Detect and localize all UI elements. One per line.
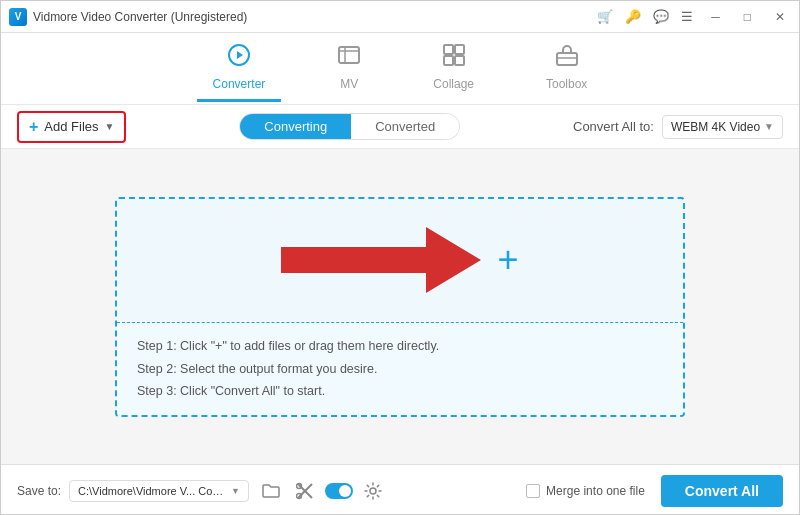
mv-tab-label: MV: [340, 77, 358, 91]
convert-all-button[interactable]: Convert All: [661, 475, 783, 507]
save-path-text: C:\Vidmore\Vidmore V... Converter\Conver…: [78, 485, 227, 497]
main-content: + Step 1: Click "+" to add files or drag…: [1, 149, 799, 464]
converted-tab[interactable]: Converted: [351, 114, 459, 139]
drop-zone[interactable]: + Step 1: Click "+" to add files or drag…: [115, 197, 685, 417]
merge-label: Merge into one file: [546, 484, 645, 498]
save-path-chevron-icon: ▼: [231, 486, 240, 496]
minimize-button[interactable]: ─: [705, 8, 726, 26]
mv-icon: [337, 43, 361, 73]
settings-icon-button[interactable]: [359, 477, 387, 505]
key-icon[interactable]: 🔑: [625, 9, 641, 24]
app-title: Vidmore Video Converter (Unregistered): [33, 10, 247, 24]
title-bar-controls: 🛒 🔑 💬 ☰ ─ □ ✕: [597, 8, 791, 26]
convert-all-to-section: Convert All to: WEBM 4K Video ▼: [573, 115, 783, 139]
selected-format-label: WEBM 4K Video: [671, 120, 760, 134]
svg-marker-11: [281, 227, 481, 293]
save-path-dropdown[interactable]: C:\Vidmore\Vidmore V... Converter\Conver…: [69, 480, 249, 502]
collage-tab-label: Collage: [433, 77, 474, 91]
tab-converter[interactable]: Converter: [197, 35, 282, 102]
toolbox-tab-label: Toolbox: [546, 77, 587, 91]
save-to-section: Save to: C:\Vidmore\Vidmore V... Convert…: [17, 477, 387, 505]
add-files-button[interactable]: + Add Files ▼: [17, 111, 126, 143]
cart-icon[interactable]: 🛒: [597, 9, 613, 24]
tab-toolbox[interactable]: Toolbox: [530, 35, 603, 102]
convert-all-to-label: Convert All to:: [573, 119, 654, 134]
converter-icon: [227, 43, 251, 73]
drop-zone-instructions: Step 1: Click "+" to add files or drag t…: [117, 322, 683, 415]
toolbar: + Add Files ▼ Converting Converted Conve…: [1, 105, 799, 149]
tab-collage[interactable]: Collage: [417, 35, 490, 102]
arrow-graphic: [281, 225, 481, 295]
menu-icon[interactable]: ☰: [681, 9, 693, 24]
svg-rect-2: [339, 47, 359, 63]
merge-checkbox[interactable]: [526, 484, 540, 498]
step1-text: Step 1: Click "+" to add files or drag t…: [137, 335, 663, 358]
svg-rect-6: [455, 45, 464, 54]
add-files-label: Add Files: [44, 119, 98, 134]
svg-marker-1: [237, 51, 243, 59]
step2-text: Step 2: Select the output format you des…: [137, 358, 663, 381]
svg-rect-8: [455, 56, 464, 65]
cut-icon-button[interactable]: [291, 477, 319, 505]
svg-point-18: [370, 488, 376, 494]
converter-tab-label: Converter: [213, 77, 266, 91]
close-button[interactable]: ✕: [769, 8, 791, 26]
conversion-tab-group: Converting Converted: [239, 113, 460, 140]
bottom-icon-group: [257, 477, 387, 505]
app-icon: V: [9, 8, 27, 26]
step3-text: Step 3: Click "Convert All" to start.: [137, 380, 663, 403]
bottom-bar: Save to: C:\Vidmore\Vidmore V... Convert…: [1, 464, 799, 515]
toggle-icon-button[interactable]: [325, 477, 353, 505]
dropdown-arrow-icon: ▼: [105, 121, 115, 132]
folder-icon-button[interactable]: [257, 477, 285, 505]
drop-zone-top: +: [117, 199, 683, 323]
chat-icon[interactable]: 💬: [653, 9, 669, 24]
title-bar-left: V Vidmore Video Converter (Unregistered): [9, 8, 247, 26]
svg-rect-5: [444, 45, 453, 54]
toolbox-icon: [555, 43, 579, 73]
drop-plus-icon: +: [497, 239, 518, 281]
svg-point-17: [339, 485, 351, 497]
tab-mv[interactable]: MV: [321, 35, 377, 102]
plus-icon: +: [29, 118, 38, 136]
svg-rect-9: [557, 53, 577, 65]
title-bar: V Vidmore Video Converter (Unregistered)…: [1, 1, 799, 33]
nav-bar: Converter MV Collage: [1, 33, 799, 105]
collage-icon: [442, 43, 466, 73]
format-chevron-icon: ▼: [764, 121, 774, 132]
merge-section: Merge into one file: [526, 484, 645, 498]
format-select-dropdown[interactable]: WEBM 4K Video ▼: [662, 115, 783, 139]
svg-rect-7: [444, 56, 453, 65]
converting-tab[interactable]: Converting: [240, 114, 351, 139]
save-to-label: Save to:: [17, 484, 61, 498]
maximize-button[interactable]: □: [738, 8, 757, 26]
right-section: Merge into one file Convert All: [526, 475, 783, 507]
